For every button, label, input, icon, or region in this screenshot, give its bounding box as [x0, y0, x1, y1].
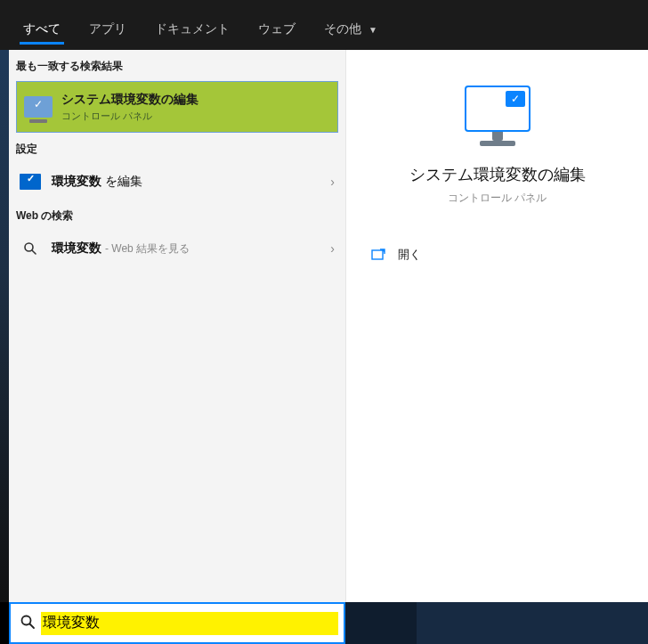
monitor-base-icon	[480, 141, 515, 146]
chevron-down-icon: ▼	[369, 25, 377, 35]
tab-more-label: その他	[324, 21, 361, 36]
best-match-subtitle: コントロール パネル	[61, 110, 198, 123]
best-match-result[interactable]: システム環境変数の編集 コントロール パネル	[16, 81, 338, 133]
settings-monitor-icon	[20, 174, 41, 190]
search-icon	[20, 614, 36, 633]
preview-subtitle: コントロール パネル	[448, 191, 547, 206]
web-result-env-vars[interactable]: 環境変数 - Web 結果を見る ›	[9, 231, 345, 266]
settings-result-suffix: を編集	[105, 174, 142, 190]
tab-documents[interactable]: ドキュメント	[141, 11, 244, 50]
chevron-right-icon[interactable]: ›	[330, 241, 335, 256]
svg-line-5	[30, 624, 35, 628]
preview-open-label: 開く	[398, 247, 421, 263]
monitor-stand-icon	[492, 132, 503, 141]
settings-result-edit-env-vars[interactable]: 環境変数 を編集 ›	[9, 164, 345, 200]
system-settings-monitor-icon: ✓	[465, 86, 531, 132]
tab-more[interactable]: その他 ▼	[310, 11, 392, 50]
best-match-title: システム環境変数の編集	[61, 92, 198, 108]
section-web-search: Web の検索	[9, 200, 345, 231]
search-box[interactable]	[9, 602, 345, 644]
taskbar-tray	[417, 602, 648, 644]
check-icon: ✓	[506, 91, 525, 107]
web-result-suffix: - Web 結果を見る	[105, 241, 190, 257]
svg-line-1	[32, 250, 36, 254]
taskbar-edge-strip	[0, 50, 9, 602]
control-panel-icon	[24, 96, 53, 118]
tab-apps[interactable]: アプリ	[75, 11, 141, 50]
search-icon	[20, 240, 41, 257]
chevron-right-icon[interactable]: ›	[330, 175, 335, 189]
open-icon	[371, 248, 385, 263]
settings-result-prefix: 環境変数	[52, 174, 101, 190]
search-filter-tabs: すべて アプリ ドキュメント ウェブ その他 ▼	[0, 0, 648, 50]
tab-web[interactable]: ウェブ	[244, 11, 310, 50]
search-input[interactable]	[41, 612, 338, 635]
search-results-pane: 最も一致する検索結果 システム環境変数の編集 コントロール パネル 設定 環境変…	[9, 50, 346, 602]
preview-title: システム環境変数の編集	[409, 164, 586, 185]
section-settings: 設定	[9, 133, 345, 164]
search-preview-pane: ✓ システム環境変数の編集 コントロール パネル 開く	[346, 50, 648, 602]
section-best-match: 最も一致する検索結果	[9, 50, 345, 81]
tab-all[interactable]: すべて	[9, 11, 75, 50]
taskbar-remainder	[345, 602, 648, 644]
svg-rect-2	[372, 250, 383, 259]
web-result-prefix: 環境変数	[52, 240, 101, 257]
preview-open-action[interactable]: 開く	[346, 247, 648, 263]
